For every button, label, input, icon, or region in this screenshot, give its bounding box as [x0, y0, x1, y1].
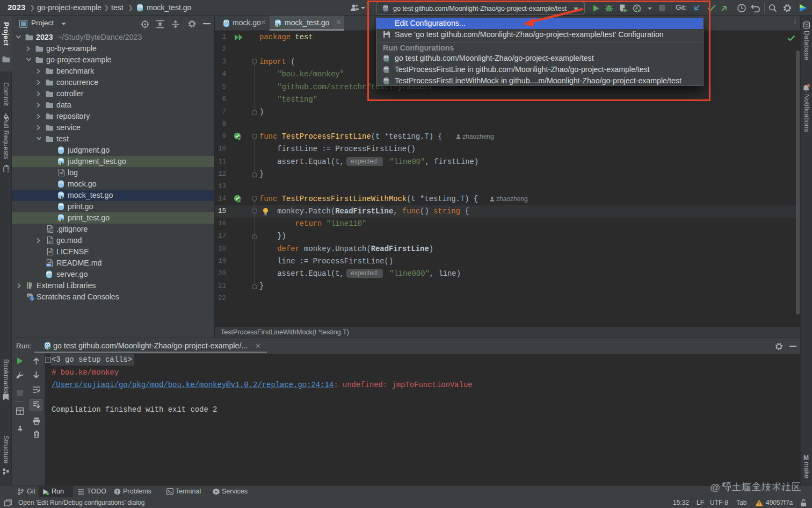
svg-text:MD: MD	[47, 264, 51, 267]
svg-text:@: @	[710, 482, 721, 493]
